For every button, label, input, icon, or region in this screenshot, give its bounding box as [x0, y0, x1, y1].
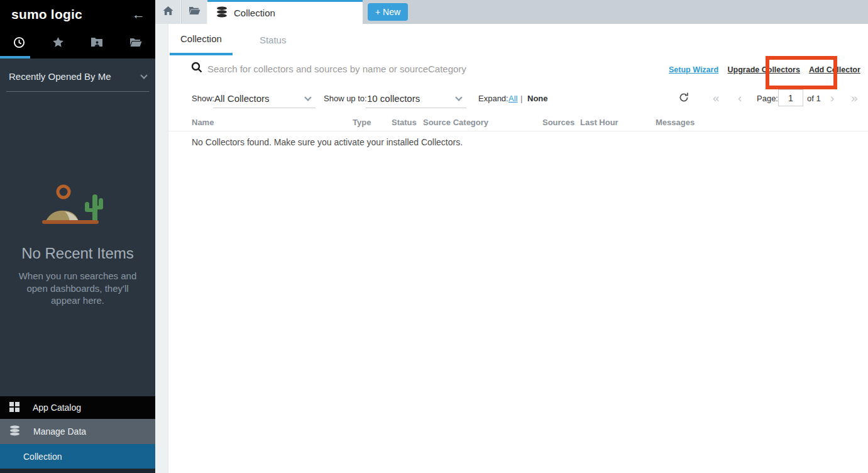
- tab-status[interactable]: Status: [249, 24, 297, 55]
- column-header-status: Status: [392, 118, 417, 127]
- sumo-logic-logo: sumo logic: [11, 7, 82, 22]
- column-header-sources: Sources: [542, 118, 574, 127]
- recently-opened-label: Recently Opened By Me: [9, 71, 111, 82]
- column-header-source-category: Source Category: [423, 118, 488, 127]
- sidebar-item-collection[interactable]: Collection: [0, 444, 155, 469]
- first-page-button[interactable]: «: [713, 92, 720, 104]
- previous-page-button[interactable]: ‹: [738, 92, 742, 104]
- recent-tab[interactable]: [0, 28, 39, 58]
- page-size-dropdown[interactable]: 10 collectors: [366, 89, 466, 108]
- expand-all-link[interactable]: All: [508, 94, 517, 103]
- sidebar-bottom-strip: [0, 469, 155, 473]
- manage-data-label: Manage Data: [33, 426, 86, 437]
- page-of-label: of 1: [807, 94, 821, 103]
- page-label: Page:: [757, 94, 778, 103]
- refresh-button[interactable]: [679, 92, 689, 104]
- last-page-button[interactable]: »: [851, 92, 858, 104]
- recently-opened-dropdown[interactable]: Recently Opened By Me: [6, 71, 149, 92]
- column-header-messages: Messages: [656, 118, 695, 127]
- expand-divider: |: [520, 94, 522, 103]
- collection-label: Collection: [23, 452, 62, 462]
- database-icon: [9, 425, 20, 438]
- tab-collection[interactable]: Collection: [170, 24, 233, 55]
- collectors-table-header: Name Type Status Source Category Sources…: [168, 115, 868, 131]
- panel-tabs: Collection Status: [168, 24, 868, 55]
- sidebar-icon-tabs: [0, 28, 155, 58]
- personal-folder-icon: [91, 36, 103, 50]
- toolbar-row: Show: All Collectors Show up to: 10 coll…: [168, 88, 868, 111]
- page-number-input[interactable]: [778, 89, 803, 106]
- new-button[interactable]: + New: [368, 3, 408, 21]
- search-input[interactable]: [207, 60, 597, 77]
- next-page-button[interactable]: ›: [830, 92, 834, 104]
- column-header-type: Type: [353, 118, 371, 127]
- show-label: Show:: [192, 94, 214, 103]
- grid-icon: [9, 402, 19, 414]
- chevron-down-icon: [304, 94, 311, 101]
- search-icon: [191, 62, 202, 75]
- database-icon: [216, 6, 228, 19]
- top-tab-bar: Collection + New: [155, 0, 868, 24]
- sidebar-item-manage-data[interactable]: Manage Data: [0, 419, 155, 444]
- sidebar-item-app-catalog[interactable]: App Catalog: [0, 396, 155, 419]
- column-header-name: Name: [192, 118, 214, 127]
- show-collectors-dropdown[interactable]: All Collectors: [213, 89, 316, 108]
- clock-icon: [13, 36, 25, 51]
- chevron-down-icon: [455, 94, 462, 101]
- desert-illustration: [37, 183, 119, 228]
- column-header-last-hour: Last Hour: [580, 118, 618, 127]
- star-icon: [52, 36, 64, 51]
- shared-folder-tab[interactable]: [78, 28, 117, 58]
- home-icon: [163, 6, 173, 18]
- setup-wizard-link[interactable]: Setup Wizard: [669, 65, 718, 74]
- add-collector-link[interactable]: Add Collector: [809, 65, 860, 74]
- open-folder-icon: [189, 6, 201, 18]
- expand-label: Expand:: [478, 94, 508, 103]
- app-catalog-label: App Catalog: [33, 403, 81, 413]
- sumo-logic-app: { "app": { "logo": "sumo logic" }, "icon…: [0, 0, 868, 473]
- content-gutter: [155, 24, 168, 473]
- page-size-value: 10 collectors: [367, 93, 420, 104]
- collection-panel: Collection Status Setup Wizard Upgrade C…: [168, 24, 868, 473]
- home-button[interactable]: [155, 0, 181, 24]
- sidebar-header: sumo logic ←: [0, 0, 155, 28]
- sidebar-bottom-nav: App Catalog Manage Data Collection: [0, 396, 155, 473]
- empty-table-message: No Collectors found. Make sure you activ…: [192, 137, 463, 147]
- header-links: Setup Wizard Upgrade Collectors Add Coll…: [669, 65, 868, 74]
- collapse-sidebar-icon[interactable]: ←: [132, 8, 145, 21]
- no-recent-items-title: No Recent Items: [0, 245, 155, 262]
- no-recent-items-description: When you run searches and open dashboard…: [14, 270, 141, 307]
- upgrade-collectors-link[interactable]: Upgrade Collectors: [728, 65, 800, 74]
- search-row: Setup Wizard Upgrade Collectors Add Coll…: [168, 55, 868, 83]
- sidebar: sumo logic ← Recently Opened By Me: [0, 0, 155, 473]
- library-button[interactable]: [182, 0, 207, 24]
- chevron-down-icon: [140, 72, 147, 79]
- favorites-tab[interactable]: [39, 28, 78, 58]
- expand-none-link[interactable]: None: [527, 94, 548, 103]
- library-tab[interactable]: [116, 28, 155, 58]
- document-tab-label: Collection: [234, 8, 275, 18]
- collection-document-tab[interactable]: Collection: [207, 0, 363, 24]
- show-up-to-label: Show up to:: [324, 94, 367, 103]
- show-collectors-value: All Collectors: [214, 93, 270, 104]
- refresh-icon: [679, 92, 689, 103]
- open-folder-icon: [129, 37, 142, 50]
